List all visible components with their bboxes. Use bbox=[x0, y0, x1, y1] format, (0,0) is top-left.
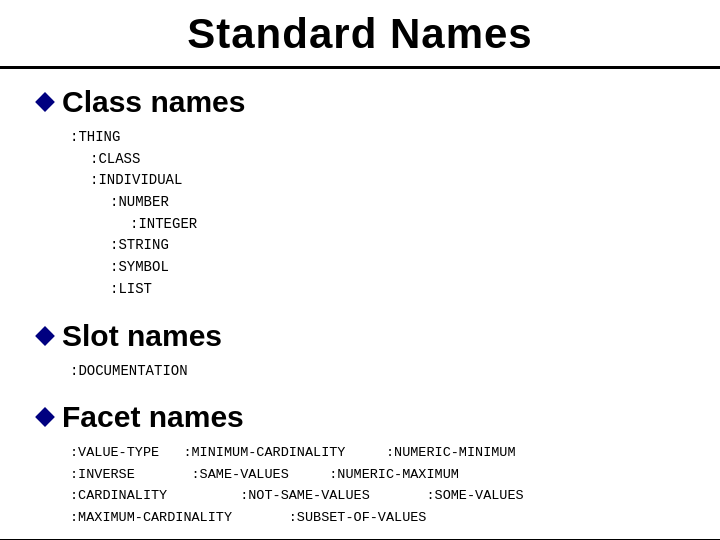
title-bar: Standard Names bbox=[0, 0, 720, 69]
list-item: :DOCUMENTATION bbox=[70, 361, 690, 383]
slot-names-section: Slot names :DOCUMENTATION bbox=[30, 319, 690, 383]
class-names-bullet bbox=[35, 92, 55, 112]
list-item: :NUMBER bbox=[70, 192, 690, 214]
list-item: :VALUE-TYPE :MINIMUM-CARDINALITY :NUMERI… bbox=[70, 442, 690, 528]
list-item: :INTEGER bbox=[70, 214, 690, 236]
class-names-section: Class names :THING :CLASS :INDIVIDUAL :N… bbox=[30, 85, 690, 301]
list-item: :STRING bbox=[70, 235, 690, 257]
list-item: :THING bbox=[70, 127, 690, 149]
slot-names-bullet bbox=[35, 326, 55, 346]
slot-names-header: Slot names bbox=[30, 319, 690, 353]
list-item: :LIST bbox=[70, 279, 690, 301]
class-names-body: :THING :CLASS :INDIVIDUAL :NUMBER :INTEG… bbox=[30, 127, 690, 301]
slide: Standard Names Class names :THING :CLASS… bbox=[0, 0, 720, 540]
list-item: :CLASS bbox=[70, 149, 690, 171]
facet-names-header: Facet names bbox=[30, 400, 690, 434]
list-item: :INDIVIDUAL bbox=[70, 170, 690, 192]
slide-title: Standard Names bbox=[187, 10, 532, 57]
facet-names-title: Facet names bbox=[62, 400, 244, 434]
content-area: Class names :THING :CLASS :INDIVIDUAL :N… bbox=[0, 69, 720, 539]
facet-names-section: Facet names :VALUE-TYPE :MINIMUM-CARDINA… bbox=[30, 400, 690, 528]
slot-names-title: Slot names bbox=[62, 319, 222, 353]
class-names-title: Class names bbox=[62, 85, 245, 119]
list-item: :SYMBOL bbox=[70, 257, 690, 279]
class-names-header: Class names bbox=[30, 85, 690, 119]
slot-names-body: :DOCUMENTATION bbox=[30, 361, 690, 383]
facet-names-body: :VALUE-TYPE :MINIMUM-CARDINALITY :NUMERI… bbox=[30, 442, 690, 528]
facet-names-bullet bbox=[35, 407, 55, 427]
